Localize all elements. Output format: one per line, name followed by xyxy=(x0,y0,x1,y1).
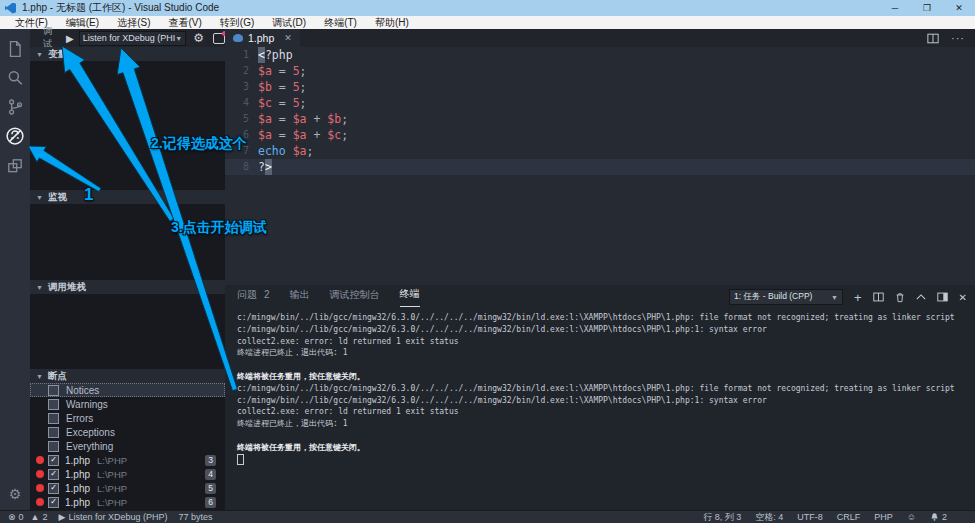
code-token: 5 xyxy=(293,79,300,95)
kill-terminal-icon[interactable] xyxy=(895,292,905,303)
minimize-button[interactable]: ─ xyxy=(879,0,911,16)
breakpoint-filter-notices[interactable]: Notices xyxy=(30,383,225,397)
code-line-8: 8?> xyxy=(225,159,975,175)
line-number: 5 xyxy=(225,111,249,127)
code-token: + xyxy=(307,111,328,127)
panel-tab-调试控制台[interactable]: 调试控制台 xyxy=(330,287,380,307)
code-token: = xyxy=(272,127,293,143)
section-call-stack[interactable]: ▼ 调用堆栈 xyxy=(30,280,225,294)
code-line-3: 3$b = 5; xyxy=(225,79,975,95)
panel-tab-问题[interactable]: 问题2 xyxy=(237,287,270,307)
checkbox-unchecked[interactable] xyxy=(48,427,59,438)
line-number: 2 xyxy=(225,63,249,79)
menu-item[interactable]: 转到(G) xyxy=(211,16,263,30)
checkbox-checked[interactable]: ✓ xyxy=(48,483,59,494)
code-token: ?php xyxy=(265,47,293,63)
breakpoint-row[interactable]: ✓1.phpL:\PHP6 xyxy=(30,495,225,509)
terminal-output[interactable]: c:/mingw/bin/../lib/gcc/mingw32/6.3.0/..… xyxy=(237,312,967,506)
checkbox-checked[interactable]: ✓ xyxy=(48,455,59,466)
debug-config-dropdown[interactable]: Listen for XDebug (PHI ▼ xyxy=(79,31,186,46)
terminal-line: collect2.exe: error: ld returned 1 exit … xyxy=(237,406,967,418)
configure-gear-icon[interactable]: ⚙ xyxy=(193,32,204,44)
breakpoint-filter-errors[interactable]: Errors xyxy=(30,411,225,425)
source-control-icon[interactable] xyxy=(5,97,25,117)
file-size-status: 77 bytes xyxy=(178,512,212,522)
section-watch[interactable]: ▼ 监视 xyxy=(30,190,225,204)
code-area[interactable]: 1<?php2$a = 5;3$b = 5;4$c = 5;5$a = $a +… xyxy=(225,47,975,285)
maximize-panel-icon[interactable] xyxy=(916,293,926,301)
panel-tab-终端[interactable]: 终端 xyxy=(400,286,420,307)
checkbox-unchecked[interactable] xyxy=(48,385,59,396)
maximize-button[interactable]: ❐ xyxy=(911,0,943,16)
checkbox-unchecked[interactable] xyxy=(48,399,59,410)
feedback-smiley-icon[interactable]: ☺ xyxy=(907,512,916,522)
manage-gear-icon[interactable]: ⚙ xyxy=(5,484,25,504)
close-panel-icon[interactable]: ✕ xyxy=(959,292,967,303)
extensions-icon[interactable] xyxy=(5,156,25,176)
split-editor-icon[interactable] xyxy=(927,33,939,44)
breakpoint-row[interactable]: ✓1.phpL:\PHP3 xyxy=(30,453,225,467)
terminal-line: c:/mingw/bin/../lib/gcc/mingw32/6.3.0/..… xyxy=(237,383,967,395)
problems-status[interactable]: ⊗ 0 ▲ 2 xyxy=(8,512,48,522)
section-variables[interactable]: ▼ 变量 xyxy=(30,47,225,61)
more-actions-icon[interactable]: ··· xyxy=(951,32,965,44)
section-watch-label: 监视 xyxy=(48,191,67,204)
close-button[interactable]: ✕ xyxy=(943,0,975,16)
code-token: + xyxy=(307,127,328,143)
menu-item[interactable]: 帮助(H) xyxy=(366,16,418,30)
code-token: echo xyxy=(258,143,286,159)
window-title: 1.php - 无标题 (工作区) - Visual Studio Code xyxy=(22,1,219,15)
debug-status[interactable]: ▶ Listen for XDebug (PHP) xyxy=(59,512,168,522)
line-number: 7 xyxy=(225,143,249,159)
checkbox-unchecked[interactable] xyxy=(48,413,59,424)
warning-count: 2 xyxy=(42,512,47,522)
debug-icon[interactable] xyxy=(5,126,25,146)
language-mode[interactable]: PHP xyxy=(874,512,893,522)
breakpoint-row[interactable]: ✓1.phpL:\PHP5 xyxy=(30,481,225,495)
code-token: 5 xyxy=(293,95,300,111)
code-line-7: 7echo $a; xyxy=(225,143,975,159)
explorer-icon[interactable] xyxy=(5,39,25,59)
menu-item[interactable]: 编辑(E) xyxy=(57,16,108,30)
breakpoint-filter-everything[interactable]: Everything xyxy=(30,439,225,453)
menu-item[interactable]: 终端(T) xyxy=(315,16,366,30)
terminal-line: c:/mingw/bin/../lib/gcc/mingw32/6.3.0/..… xyxy=(237,395,967,407)
panel-position-icon[interactable] xyxy=(937,292,948,302)
code-token: 5 xyxy=(293,63,300,79)
tab-close-icon[interactable]: ✕ xyxy=(284,33,292,43)
menu-item[interactable]: 选择(S) xyxy=(108,16,159,30)
breakpoint-filter-exceptions[interactable]: Exceptions xyxy=(30,425,225,439)
menu-item[interactable]: 调试(D) xyxy=(263,16,315,30)
checkbox-checked[interactable]: ✓ xyxy=(48,469,59,480)
eol-sequence[interactable]: CRLF xyxy=(837,512,861,522)
section-breakpoints[interactable]: ▼ 断点 xyxy=(30,369,225,383)
terminal-selector-dropdown[interactable]: 1: 任务 - Build (CPP) ▼ xyxy=(729,289,843,305)
panel-tab-label: 问题 xyxy=(237,287,257,307)
breakpoint-filter-label: Everything xyxy=(66,441,113,452)
code-line-1: 1<?php xyxy=(225,47,975,63)
breakpoint-filter-warnings[interactable]: Warnings xyxy=(30,397,225,411)
menu-item[interactable]: 查看(V) xyxy=(159,16,210,30)
tab-1php[interactable]: 1.php ✕ xyxy=(225,29,300,47)
panel-tab-输出[interactable]: 输出 xyxy=(290,287,310,307)
encoding[interactable]: UTF-8 xyxy=(797,512,823,522)
checkbox-unchecked[interactable] xyxy=(48,441,59,452)
code-token: ; xyxy=(341,111,348,127)
cursor-position[interactable]: 行 8, 列 3 xyxy=(703,511,741,523)
indentation[interactable]: 空格: 4 xyxy=(755,511,783,523)
breakpoint-row[interactable]: ✓1.phpL:\PHP4 xyxy=(30,467,225,481)
new-terminal-icon[interactable]: + xyxy=(854,290,862,305)
error-icon: ⊗ xyxy=(8,512,16,522)
breakpoint-dot-icon xyxy=(36,498,44,506)
code-token: $c xyxy=(327,127,341,143)
watch-content xyxy=(30,204,225,280)
checkbox-checked[interactable]: ✓ xyxy=(48,497,59,508)
debug-console-icon[interactable] xyxy=(213,33,225,44)
split-terminal-icon[interactable] xyxy=(873,292,884,302)
notifications-bell[interactable]: 2 xyxy=(930,512,947,522)
search-icon[interactable] xyxy=(5,68,25,88)
debug-status-label: Listen for XDebug (PHP) xyxy=(68,512,167,522)
code-token: $c xyxy=(258,95,272,111)
debug-sidebar: 调试 ▶ Listen for XDebug (PHI ▼ ⚙ ▼ 变量 ▼ 监… xyxy=(30,29,225,510)
start-debug-button[interactable]: ▶ xyxy=(66,33,74,44)
